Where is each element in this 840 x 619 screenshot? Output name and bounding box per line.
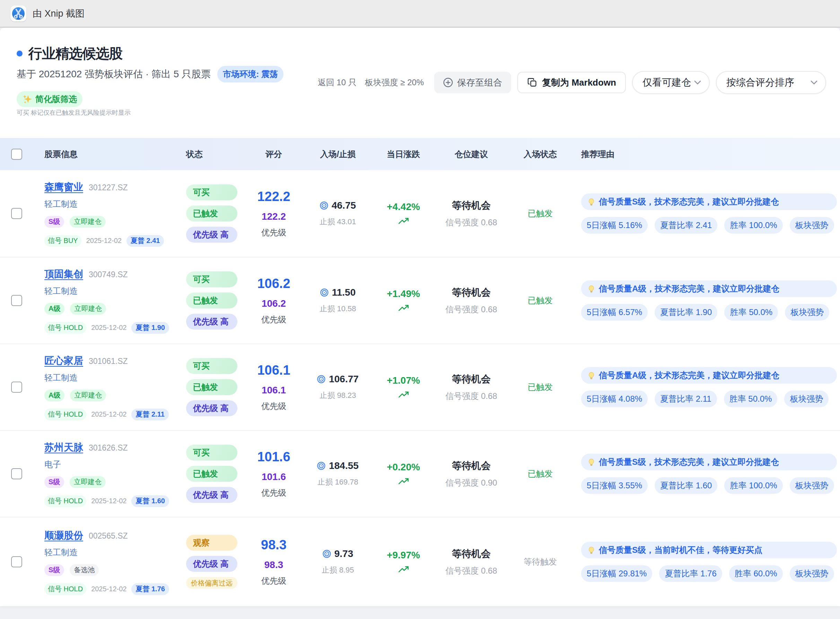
status-pill: 已触发 — [186, 379, 238, 395]
simplified-filter-badge: 简化版筛选 — [16, 91, 82, 107]
entry-cell: 184.55 止损 169.78 — [300, 460, 376, 487]
status-cell: 可买已触发优先级 高 — [186, 358, 247, 416]
lightbulb-icon — [587, 546, 595, 554]
stock-name[interactable]: 苏州天脉 — [44, 441, 83, 454]
copy-icon — [527, 77, 538, 88]
target-icon — [320, 201, 328, 210]
stock-name[interactable]: 匠心家居 — [44, 354, 83, 367]
lightbulb-icon — [587, 285, 595, 293]
sort-select[interactable]: 按综合评分排序 — [716, 71, 826, 94]
save-to-portfolio-button[interactable]: 保存至组合 — [434, 72, 511, 93]
position-advice: 等待机会 — [431, 459, 511, 472]
score-label: 优先级 — [247, 575, 300, 586]
reason-tag: 夏普比率 1.90 — [655, 304, 717, 321]
score-cell: 122.2 122.2 优先级 — [247, 189, 300, 238]
row-checkbox[interactable] — [11, 208, 22, 219]
score-cell: 98.3 98.3 优先级 — [247, 538, 300, 586]
change-cell: +1.07% — [376, 375, 431, 399]
status-pill: 优先级 高 — [186, 556, 238, 572]
reason-tag: 夏普比率 2.41 — [655, 217, 717, 233]
signal-strength: 信号强度 0.68 — [431, 565, 511, 576]
industry-link[interactable]: 电子 — [44, 459, 186, 470]
buyable-note: 可买 标记仅在已触发且无风险提示时显示 — [16, 109, 826, 117]
stock-name[interactable]: 森鹰窗业 — [44, 181, 83, 194]
lightbulb-icon — [587, 458, 595, 466]
signal-date: 2025-12-02 — [91, 324, 127, 332]
sparkles-icon — [22, 94, 33, 104]
day-change: +4.42% — [376, 201, 431, 212]
industry-link[interactable]: 轻工制造 — [44, 372, 186, 383]
page-subtitle: 基于 20251202 强势板块评估 · 筛出 5 只股票 — [16, 67, 211, 81]
filter-select[interactable]: 仅看可建仓 — [632, 71, 710, 94]
level-badge: A级 — [44, 390, 64, 401]
entry-status: 已触发 — [511, 295, 569, 306]
reason-tag: 5日涨幅 4.08% — [581, 390, 648, 407]
main-panel: 行业精选候选股 基于 20251202 强势板块评估 · 筛出 5 只股票 市场… — [0, 28, 840, 606]
stock-info-cell: 顶固集创 300749.SZ 轻工制造 A级 立即建仓 信号 HOLD 2025… — [44, 268, 186, 334]
score-cell: 101.6 101.6 优先级 — [247, 450, 300, 498]
col-header-score: 评分 — [247, 149, 300, 160]
row-checkbox[interactable] — [11, 556, 22, 567]
level-badge: S级 — [44, 216, 64, 228]
stock-code: 002565.SZ — [89, 531, 128, 541]
industry-link[interactable]: 轻工制造 — [44, 199, 186, 210]
score-sub: 106.2 — [247, 298, 300, 309]
reason-tag: 夏普比率 1.76 — [659, 565, 722, 582]
reason-tag: 胜率 60.0% — [729, 565, 783, 582]
score-label: 优先级 — [247, 487, 300, 498]
signal-date: 2025-12-02 — [91, 410, 127, 418]
col-header-status: 状态 — [186, 149, 247, 160]
score-main: 106.1 — [247, 363, 300, 378]
reason-tag: 夏普比率 2.11 — [655, 390, 717, 407]
summary-strength: 板块强度 ≥ 20% — [365, 77, 424, 88]
table-header-row: 股票信息 状态 评分 入场/止损 当日涨跌 仓位建议 入场状态 推荐理由 — [0, 138, 840, 170]
score-sub: 122.2 — [247, 211, 300, 222]
position-advice: 等待机会 — [431, 547, 511, 561]
row-checkbox[interactable] — [11, 381, 22, 393]
signal-date: 2025-12-02 — [91, 497, 127, 505]
entry-status: 等待触发 — [511, 556, 569, 567]
score-main: 98.3 — [247, 538, 300, 552]
action-badge: 立即建仓 — [70, 390, 106, 401]
reason-tag: 板块强势 — [790, 477, 834, 494]
select-all-checkbox[interactable] — [11, 149, 22, 160]
row-checkbox[interactable] — [11, 468, 22, 479]
reason-tag: 夏普比率 1.60 — [655, 477, 717, 494]
reason-cell: 信号质量S级，技术形态完美，建议立即分批建仓 5日涨幅 3.55%夏普比率 1.… — [569, 454, 840, 494]
reason-tags: 5日涨幅 3.55%夏普比率 1.60胜率 100.0%板块强势 — [581, 477, 837, 494]
status-pill: 已触发 — [186, 466, 238, 482]
signal-badge: 信号 HOLD — [44, 583, 86, 595]
action-badge: 立即建仓 — [70, 216, 106, 228]
reason-tag: 5日涨幅 5.16% — [581, 217, 648, 233]
status-pill: 优先级 高 — [186, 227, 238, 242]
watermark-label: 由 Xnip 截图 — [33, 7, 85, 20]
day-change: +9.97% — [376, 550, 431, 561]
copy-markdown-button[interactable]: 复制为 Markdown — [517, 72, 626, 93]
reason-banner: 信号质量S级，技术形态完美，建议立即分批建仓 — [581, 454, 837, 470]
row-checkbox[interactable] — [11, 295, 22, 306]
level-badge: S级 — [44, 476, 64, 488]
scissors-icon — [12, 7, 25, 21]
stock-name[interactable]: 顶固集创 — [44, 268, 83, 281]
col-header-stock: 股票信息 — [44, 149, 186, 160]
change-cell: +1.49% — [376, 289, 431, 312]
entry-price: 184.55 — [329, 460, 359, 471]
trend-up-icon — [398, 305, 409, 311]
score-cell: 106.1 106.1 优先级 — [247, 363, 300, 412]
status-cell: 可买已触发优先级 高 — [186, 184, 247, 242]
entry-status: 已触发 — [511, 208, 569, 219]
trend-up-icon — [398, 478, 409, 484]
reason-cell: 信号质量A级，技术形态完美，建议立即分批建仓 5日涨幅 4.08%夏普比率 2.… — [569, 367, 840, 407]
industry-link[interactable]: 轻工制造 — [44, 547, 186, 558]
score-cell: 106.2 106.2 优先级 — [247, 276, 300, 325]
reason-tag: 5日涨幅 29.81% — [581, 565, 652, 582]
title-bullet-icon — [16, 51, 22, 57]
reason-tag: 胜率 50.0% — [724, 304, 778, 321]
stock-name[interactable]: 顺灏股份 — [44, 529, 83, 542]
stock-code: 301227.SZ — [89, 183, 128, 192]
stock-info-cell: 顺灏股份 002565.SZ 轻工制造 S级 备选池 信号 HOLD 2025-… — [44, 529, 186, 595]
industry-link[interactable]: 轻工制造 — [44, 286, 186, 297]
toolbar: 返回 10 只 板块强度 ≥ 20% 保存至组合 复制为 Markdown 仅看… — [318, 71, 826, 94]
stop-loss: 止损 10.58 — [300, 304, 376, 314]
entry-cell: 106.77 止损 98.23 — [300, 374, 376, 401]
